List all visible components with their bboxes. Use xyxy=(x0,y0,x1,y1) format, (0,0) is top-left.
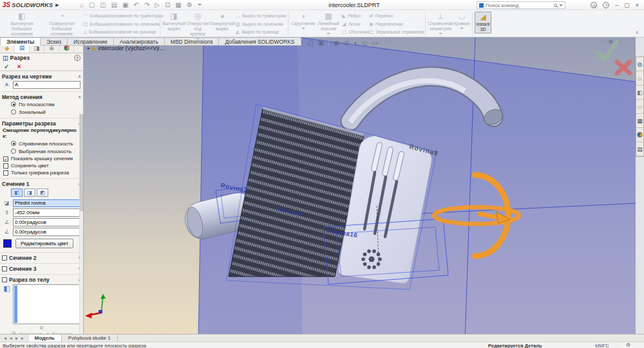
section-header[interactable]: Параметры разреза ∧ xyxy=(2,120,81,127)
options-dropdown-icon[interactable] xyxy=(198,4,202,6)
section3-checkbox[interactable] xyxy=(2,266,7,271)
shell-button[interactable]: ▢Оболочка xyxy=(342,29,366,35)
attach-icon[interactable]: ⊡ xyxy=(165,1,170,8)
options-gear-icon[interactable]: ⚙ xyxy=(187,1,193,8)
report-icon[interactable]: ▦ xyxy=(175,1,181,8)
boundary-cut-button[interactable]: ◭Вырез по границе xyxy=(236,29,285,35)
tab-evaluate[interactable]: Анализировать xyxy=(114,37,165,46)
curves-dropdown-icon[interactable] xyxy=(460,28,464,30)
offset-distance-input[interactable] xyxy=(14,209,84,216)
view-settings-icon[interactable]: ▭ xyxy=(372,39,377,46)
model-tab[interactable]: Модель xyxy=(28,334,62,342)
view-palette-icon[interactable]: ▦ xyxy=(636,114,643,128)
doc-close-icon[interactable]: × xyxy=(618,39,621,44)
swept-cut-button[interactable]: ◡Вырез по траектории xyxy=(236,13,285,19)
select-icon[interactable]: ▷ xyxy=(155,1,160,8)
revolved-boss-button[interactable]: ◔ Повернутая бобышка/основание xyxy=(42,12,82,37)
body-selection-list[interactable] xyxy=(13,284,80,324)
swept-boss-button[interactable]: ◠Бобышка/основание по траектории xyxy=(83,13,156,19)
front-plane-button[interactable]: ◧ xyxy=(11,188,23,197)
search-icon[interactable] xyxy=(554,4,557,7)
units-label[interactable]: ММГС xyxy=(595,343,609,348)
draft-button[interactable]: ◢Уклон xyxy=(342,21,366,27)
menu-flyout-icon[interactable]: ▶ xyxy=(55,3,59,8)
search-dropdown-icon[interactable] xyxy=(559,5,563,6)
edit-color-button[interactable]: Редактировать цвет xyxy=(15,239,73,248)
checkbox-show-cap[interactable]: ✓Показать крышку сечения xyxy=(2,155,81,162)
design-library-icon[interactable]: ◧ xyxy=(636,86,643,100)
status-gear-icon[interactable]: ⚙ xyxy=(626,342,630,348)
hole-wizard-dropdown-icon[interactable] xyxy=(196,38,200,40)
mirror-button[interactable]: ◫Зеркальное отражение xyxy=(369,29,422,35)
home-icon[interactable]: ⌂ xyxy=(80,1,84,8)
linear-pattern-button[interactable]: ▦ Линейный массив xyxy=(316,12,341,35)
scrollbar-thumb[interactable] xyxy=(80,114,83,211)
y-rotation-input[interactable] xyxy=(14,228,84,235)
home-tab-icon[interactable]: ⌂ xyxy=(636,71,643,86)
section-header[interactable]: Сечение 2 ∨ xyxy=(2,254,81,261)
ok-button[interactable]: ✓ xyxy=(4,63,9,70)
reference-plane-input[interactable] xyxy=(13,199,80,207)
display-style-icon[interactable]: ◉ xyxy=(334,39,339,46)
cancel-button[interactable]: × xyxy=(17,63,21,69)
fillet-button[interactable]: ◖ Скругление xyxy=(290,12,316,30)
lofted-cut-button[interactable]: ▥Вырез по сечениям xyxy=(236,21,285,27)
linear-pattern-dropdown-icon[interactable] xyxy=(327,33,330,35)
radio-planar[interactable]: По плоскостям xyxy=(2,100,81,108)
transparency-slider[interactable] xyxy=(2,325,81,330)
radio-reference-plane[interactable]: Справочная плоскость xyxy=(2,140,81,147)
command-search[interactable] xyxy=(477,1,565,9)
panel-scrollbar[interactable] xyxy=(79,113,83,333)
minimize-button[interactable]: – xyxy=(615,2,618,8)
ribbon-collapse-icon[interactable]: ∧ xyxy=(635,30,639,35)
section-header[interactable]: Метод сечения ∧ xyxy=(2,93,81,100)
x-rotation-input[interactable] xyxy=(14,219,84,226)
new-document-icon[interactable]: ▢ xyxy=(89,1,95,8)
by-body-checkbox[interactable] xyxy=(2,277,7,282)
help-icon[interactable]: ? xyxy=(603,2,609,8)
right-plane-button[interactable]: ◩ xyxy=(37,188,48,197)
section-header[interactable]: Разрез по телу ∧ xyxy=(2,276,81,283)
panel-help-icon[interactable]: ? xyxy=(74,55,80,61)
collapse-icon[interactable]: ∧ xyxy=(78,74,81,79)
rib-button[interactable]: ◣Ребро xyxy=(342,13,366,19)
checkbox-graphics-only[interactable]: Только графика разреза xyxy=(2,169,81,176)
last-tab-icon[interactable]: ► xyxy=(21,336,24,340)
revolved-cut-button[interactable]: ◕ Повернутый вырез xyxy=(210,12,234,32)
radio-selected-plane[interactable]: Выбранная плоскость xyxy=(2,147,81,155)
hide-show-items-icon[interactable]: ◎ xyxy=(344,39,350,46)
graphics-area[interactable]: Rovina2 Rovina7 Rovina8 Rovina16 xyxy=(84,37,636,340)
save-icon[interactable]: ▤ xyxy=(111,1,117,8)
custom-properties-icon[interactable]: ▤ xyxy=(636,142,643,156)
reference-geometry-dropdown-icon[interactable] xyxy=(439,33,442,35)
solidworks-resources-icon[interactable]: ◍ xyxy=(636,57,643,71)
search-input[interactable] xyxy=(486,3,552,8)
breadcrumb-expand-icon[interactable]: ▸ xyxy=(88,46,90,51)
doc-minimize-icon[interactable]: – xyxy=(600,39,603,44)
section-color-swatch[interactable] xyxy=(3,239,12,248)
collapse-icon[interactable]: ∧ xyxy=(78,95,81,100)
appearances-scenes-icon[interactable] xyxy=(636,128,643,142)
model-canvas[interactable]: Rovina2 Rovina7 Rovina8 Rovina16 xyxy=(84,37,636,340)
tab-features[interactable]: Элементы xyxy=(0,37,41,46)
lofted-boss-button[interactable]: ◫Бобышка/основание по сечениям xyxy=(83,21,156,27)
print-icon[interactable]: ▣ xyxy=(122,1,128,8)
user-account-icon[interactable]: ◎ xyxy=(591,2,597,8)
section-header[interactable]: Сечение 3 ∨ xyxy=(2,265,81,272)
apply-scene-icon[interactable]: ◇ xyxy=(363,39,368,46)
restore-button[interactable]: ▢ xyxy=(624,2,630,8)
tab-sketch[interactable]: Эскиз xyxy=(41,37,68,46)
radio-zonal[interactable]: Зональный xyxy=(2,108,81,116)
wrap-button[interactable]: ⇄Перенос xyxy=(369,13,422,19)
section-header[interactable]: Сечение 1 ∧ xyxy=(2,180,81,187)
reference-geometry-button[interactable]: ⊥ Справочная геометрия xyxy=(428,12,453,35)
tab-repair[interactable]: Исправление xyxy=(68,37,114,46)
next-tab-icon[interactable]: ► xyxy=(15,336,19,340)
fillet-dropdown-icon[interactable] xyxy=(301,28,305,30)
checkbox-keep-color[interactable]: Сохранить цвет xyxy=(2,162,81,169)
section-header[interactable]: Разрез на чертеже ∧ xyxy=(2,73,81,80)
extruded-cut-button[interactable]: ◨ Вытянутый вырез xyxy=(162,12,185,32)
redo-icon[interactable]: ↷ xyxy=(144,1,149,8)
instant3d-button[interactable]: ◢ Instant 3D xyxy=(475,12,491,33)
first-tab-icon[interactable]: ◄ xyxy=(3,336,7,340)
